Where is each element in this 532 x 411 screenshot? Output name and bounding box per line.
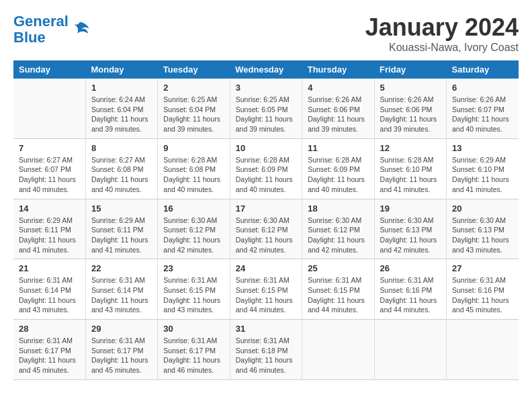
title-section: January 2024 Kouassi-Nawa, Ivory Coast — [365, 13, 519, 54]
day-cell: 3Sunrise: 6:25 AM Sunset: 6:05 PM Daylig… — [230, 79, 302, 138]
day-cell: 25Sunrise: 6:31 AM Sunset: 6:15 PM Dayli… — [302, 259, 374, 320]
day-info: Sunrise: 6:25 AM Sunset: 6:05 PM Dayligh… — [236, 95, 296, 134]
day-info: Sunrise: 6:29 AM Sunset: 6:10 PM Dayligh… — [452, 155, 513, 195]
header-monday: Monday — [85, 60, 157, 79]
calendar-body: 1Sunrise: 6:24 AM Sunset: 6:04 PM Daylig… — [13, 79, 519, 379]
day-cell: 9Sunrise: 6:28 AM Sunset: 6:08 PM Daylig… — [158, 138, 230, 199]
day-info: Sunrise: 6:28 AM Sunset: 6:09 PM Dayligh… — [308, 155, 368, 195]
day-cell: 31Sunrise: 6:31 AM Sunset: 6:18 PM Dayli… — [230, 320, 302, 380]
day-cell — [13, 79, 85, 138]
header-row: SundayMondayTuesdayWednesdayThursdayFrid… — [13, 60, 519, 79]
day-number: 10 — [236, 143, 296, 153]
week-row-4: 21Sunrise: 6:31 AM Sunset: 6:14 PM Dayli… — [13, 259, 519, 320]
main-title: January 2024 — [365, 13, 519, 42]
day-info: Sunrise: 6:30 AM Sunset: 6:12 PM Dayligh… — [236, 216, 296, 255]
header-friday: Friday — [374, 60, 446, 79]
day-cell: 5Sunrise: 6:26 AM Sunset: 6:06 PM Daylig… — [374, 79, 446, 138]
subtitle: Kouassi-Nawa, Ivory Coast — [365, 42, 519, 54]
day-cell: 20Sunrise: 6:30 AM Sunset: 6:13 PM Dayli… — [447, 199, 519, 259]
day-info: Sunrise: 6:28 AM Sunset: 6:10 PM Dayligh… — [380, 155, 441, 195]
day-info: Sunrise: 6:26 AM Sunset: 6:06 PM Dayligh… — [380, 95, 441, 134]
day-number: 26 — [380, 263, 441, 273]
day-cell: 4Sunrise: 6:26 AM Sunset: 6:06 PM Daylig… — [302, 79, 374, 138]
day-number: 24 — [236, 263, 296, 273]
day-number: 3 — [236, 83, 296, 93]
day-info: Sunrise: 6:31 AM Sunset: 6:15 PM Dayligh… — [163, 275, 224, 315]
header-saturday: Saturday — [447, 60, 519, 79]
day-cell: 7Sunrise: 6:27 AM Sunset: 6:07 PM Daylig… — [13, 138, 85, 199]
day-info: Sunrise: 6:29 AM Sunset: 6:11 PM Dayligh… — [19, 216, 80, 255]
day-info: Sunrise: 6:31 AM Sunset: 6:18 PM Dayligh… — [236, 336, 296, 375]
week-row-5: 28Sunrise: 6:31 AM Sunset: 6:17 PM Dayli… — [13, 320, 519, 380]
day-info: Sunrise: 6:31 AM Sunset: 6:17 PM Dayligh… — [163, 336, 224, 375]
day-number: 13 — [452, 143, 513, 153]
day-cell: 14Sunrise: 6:29 AM Sunset: 6:11 PM Dayli… — [13, 199, 85, 259]
day-cell — [374, 320, 446, 380]
header-sunday: Sunday — [13, 60, 85, 79]
day-cell: 22Sunrise: 6:31 AM Sunset: 6:14 PM Dayli… — [85, 259, 157, 320]
day-info: Sunrise: 6:30 AM Sunset: 6:13 PM Dayligh… — [452, 216, 513, 255]
day-cell: 26Sunrise: 6:31 AM Sunset: 6:16 PM Dayli… — [374, 259, 446, 320]
week-row-2: 7Sunrise: 6:27 AM Sunset: 6:07 PM Daylig… — [13, 138, 519, 199]
day-number: 16 — [163, 203, 224, 214]
day-info: Sunrise: 6:30 AM Sunset: 6:13 PM Dayligh… — [380, 216, 441, 255]
day-info: Sunrise: 6:30 AM Sunset: 6:12 PM Dayligh… — [163, 216, 224, 255]
day-number: 2 — [163, 83, 224, 93]
day-info: Sunrise: 6:27 AM Sunset: 6:07 PM Dayligh… — [19, 155, 80, 195]
day-cell: 1Sunrise: 6:24 AM Sunset: 6:04 PM Daylig… — [85, 79, 157, 138]
day-number: 29 — [91, 324, 152, 334]
day-number: 18 — [308, 203, 368, 214]
day-cell: 2Sunrise: 6:25 AM Sunset: 6:04 PM Daylig… — [158, 79, 230, 138]
day-cell: 13Sunrise: 6:29 AM Sunset: 6:10 PM Dayli… — [447, 138, 519, 199]
day-cell: 23Sunrise: 6:31 AM Sunset: 6:15 PM Dayli… — [158, 259, 230, 320]
day-cell: 27Sunrise: 6:31 AM Sunset: 6:16 PM Dayli… — [447, 259, 519, 320]
logo-icon — [70, 19, 90, 40]
day-cell: 6Sunrise: 6:26 AM Sunset: 6:07 PM Daylig… — [447, 79, 519, 138]
day-number: 19 — [380, 203, 441, 214]
day-number: 4 — [308, 83, 368, 93]
day-number: 22 — [91, 263, 152, 273]
day-number: 5 — [380, 83, 441, 93]
logo: GeneralBlue — [13, 13, 90, 46]
day-number: 6 — [452, 83, 513, 93]
day-cell: 29Sunrise: 6:31 AM Sunset: 6:17 PM Dayli… — [85, 320, 157, 380]
day-cell: 24Sunrise: 6:31 AM Sunset: 6:15 PM Dayli… — [230, 259, 302, 320]
day-cell: 17Sunrise: 6:30 AM Sunset: 6:12 PM Dayli… — [230, 199, 302, 259]
day-info: Sunrise: 6:26 AM Sunset: 6:07 PM Dayligh… — [452, 95, 513, 134]
day-number: 14 — [19, 203, 80, 214]
day-info: Sunrise: 6:24 AM Sunset: 6:04 PM Dayligh… — [91, 95, 152, 134]
day-number: 11 — [308, 143, 368, 153]
day-info: Sunrise: 6:25 AM Sunset: 6:04 PM Dayligh… — [163, 95, 224, 134]
day-info: Sunrise: 6:28 AM Sunset: 6:08 PM Dayligh… — [163, 155, 224, 195]
day-number: 28 — [19, 324, 80, 334]
day-cell: 11Sunrise: 6:28 AM Sunset: 6:09 PM Dayli… — [302, 138, 374, 199]
day-number: 25 — [308, 263, 368, 273]
logo-text: GeneralBlue — [13, 13, 69, 46]
day-number: 23 — [163, 263, 224, 273]
day-cell — [447, 320, 519, 380]
day-number: 15 — [91, 203, 152, 214]
day-cell: 28Sunrise: 6:31 AM Sunset: 6:17 PM Dayli… — [13, 320, 85, 380]
day-cell: 16Sunrise: 6:30 AM Sunset: 6:12 PM Dayli… — [158, 199, 230, 259]
day-info: Sunrise: 6:27 AM Sunset: 6:08 PM Dayligh… — [91, 155, 152, 195]
day-cell: 30Sunrise: 6:31 AM Sunset: 6:17 PM Dayli… — [158, 320, 230, 380]
day-cell: 12Sunrise: 6:28 AM Sunset: 6:10 PM Dayli… — [374, 138, 446, 199]
day-number: 9 — [163, 143, 224, 153]
day-cell: 15Sunrise: 6:29 AM Sunset: 6:11 PM Dayli… — [85, 199, 157, 259]
day-number: 20 — [452, 203, 513, 214]
day-cell — [302, 320, 374, 380]
day-cell: 18Sunrise: 6:30 AM Sunset: 6:12 PM Dayli… — [302, 199, 374, 259]
week-row-1: 1Sunrise: 6:24 AM Sunset: 6:04 PM Daylig… — [13, 79, 519, 138]
day-info: Sunrise: 6:31 AM Sunset: 6:16 PM Dayligh… — [380, 275, 441, 315]
day-info: Sunrise: 6:31 AM Sunset: 6:14 PM Dayligh… — [91, 275, 152, 315]
day-info: Sunrise: 6:30 AM Sunset: 6:12 PM Dayligh… — [308, 216, 368, 255]
day-info: Sunrise: 6:28 AM Sunset: 6:09 PM Dayligh… — [236, 155, 296, 195]
header-thursday: Thursday — [302, 60, 374, 79]
day-cell: 19Sunrise: 6:30 AM Sunset: 6:13 PM Dayli… — [374, 199, 446, 259]
day-info: Sunrise: 6:31 AM Sunset: 6:15 PM Dayligh… — [308, 275, 368, 315]
day-info: Sunrise: 6:31 AM Sunset: 6:17 PM Dayligh… — [19, 336, 80, 375]
day-cell: 21Sunrise: 6:31 AM Sunset: 6:14 PM Dayli… — [13, 259, 85, 320]
header-wednesday: Wednesday — [230, 60, 302, 79]
header-tuesday: Tuesday — [158, 60, 230, 79]
day-cell: 8Sunrise: 6:27 AM Sunset: 6:08 PM Daylig… — [85, 138, 157, 199]
